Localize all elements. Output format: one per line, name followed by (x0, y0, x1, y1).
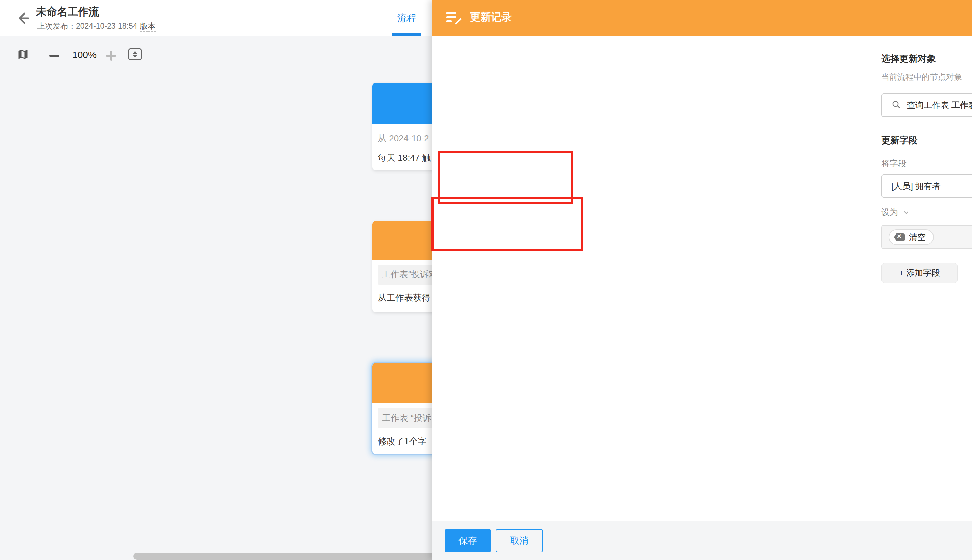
toolbar-divider (38, 48, 38, 59)
node-text: 每天 18:47 触 (378, 152, 432, 164)
zoom-out-button[interactable] (48, 50, 61, 62)
panel-title: 更新记录 (470, 10, 512, 24)
node-text: 从工作表获得 (378, 292, 432, 304)
workflow-title: 未命名工作流 (36, 5, 99, 19)
node-text: 从 2024-10-2 (378, 133, 432, 145)
fit-arrow-up-icon (133, 51, 137, 54)
fit-arrow-down-icon (133, 55, 137, 58)
clear-value-tag[interactable]: 清空 (889, 229, 934, 245)
workflow-node-update-record[interactable]: 工作表 “投诉 修改了1个字 (372, 363, 432, 454)
tab-active-underline (392, 33, 421, 37)
node-text: 修改了1个字 (378, 435, 432, 447)
node-header (372, 221, 432, 260)
backspace-icon (894, 233, 905, 242)
section-hint-node-object: 当前流程中的节点对象 (881, 72, 962, 82)
horizontal-scrollbar[interactable] (133, 553, 432, 560)
cancel-button[interactable]: 取消 (496, 529, 543, 552)
object-worksheet-name: 工作表 “投诉对应处理人” (951, 100, 972, 110)
zoom-in-button[interactable] (105, 50, 117, 62)
update-record-icon (446, 11, 462, 26)
section-title-update-fields: 更新字段 (881, 134, 918, 147)
chevron-down-icon (902, 208, 910, 217)
field-value-input[interactable]: 清空 (881, 225, 972, 249)
field-select[interactable]: [人员] 拥有者 (881, 174, 972, 198)
section-title-select-object: 选择更新对象 (881, 53, 936, 65)
workflow-node-trigger[interactable]: 从 2024-10-2 每天 18:47 触 (372, 83, 432, 170)
field-select-value: [人员] 拥有者 (891, 181, 940, 192)
workflow-canvas[interactable]: 100% 从 2024-10-2 每天 18:47 触 工作表“投诉对 从工作表… (0, 36, 432, 560)
panel-header: 更新记录 ? (432, 0, 972, 36)
update-record-panel: 更新记录 ? 选择更新对象 当前流程中的节点对象 查询工作表 工作表 “投诉对应… (432, 0, 972, 560)
editor-header: 未命名工作流 上次发布：2024-10-23 18:54版本 流程 (0, 0, 432, 36)
zoom-level: 100% (68, 50, 101, 60)
panel-footer: 保存 取消 (432, 520, 972, 560)
object-node-type: 查询工作表 (907, 100, 951, 110)
set-as-dropdown[interactable]: 设为 (881, 207, 910, 218)
version-link[interactable]: 版本 (140, 22, 156, 32)
node-worksheet-chip: 工作表“投诉对 (378, 265, 432, 285)
tab-flow[interactable]: 流程 (388, 0, 425, 36)
add-field-button[interactable]: + 添加字段 (881, 263, 958, 283)
save-button[interactable]: 保存 (445, 529, 491, 552)
search-icon (891, 100, 902, 111)
clear-tag-label: 清空 (909, 232, 926, 243)
node-header (372, 363, 432, 403)
last-published-text: 上次发布：2024-10-23 18:54版本 (37, 21, 156, 32)
field-value-area[interactable]: 清空 (882, 226, 972, 248)
minimap-icon[interactable] (17, 48, 29, 60)
set-as-label: 设为 (881, 207, 898, 218)
update-object-value: 查询工作表 工作表 “投诉对应处理人” (907, 100, 972, 111)
back-button[interactable] (15, 10, 31, 26)
fit-to-screen-button[interactable] (128, 48, 142, 60)
update-object-select[interactable]: 查询工作表 工作表 “投诉对应处理人” (881, 93, 972, 117)
field-row-label: 将字段 (881, 158, 907, 169)
workflow-editor: 100% 从 2024-10-2 每天 18:47 触 工作表“投诉对 从工作表… (0, 0, 972, 560)
last-published-time: 上次发布：2024-10-23 18:54 (37, 22, 137, 30)
node-worksheet-chip: 工作表 “投诉 (378, 408, 432, 428)
node-header (372, 83, 432, 124)
workflow-node-lookup[interactable]: 工作表“投诉对 从工作表获得 (372, 221, 432, 312)
